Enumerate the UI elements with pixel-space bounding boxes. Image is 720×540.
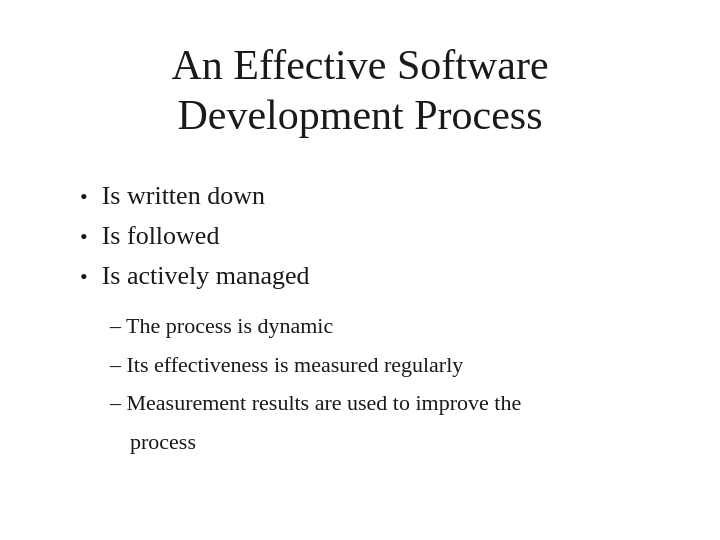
sub-item-text-1: – The process is dynamic [110,313,333,338]
bullet-text-3: Is actively managed [102,261,310,291]
bullet-text-2: Is followed [102,221,220,251]
bullet-text-1: Is written down [102,181,265,211]
title-line1: An Effective Software [171,42,548,88]
bullet-list: • Is written down • Is followed • Is act… [80,181,660,291]
bullet-dot: • [80,224,88,250]
slide-title: An Effective Software Development Proces… [60,40,660,141]
list-item: – The process is dynamic [110,311,660,342]
sub-item-text-3: – Measurement results are used to improv… [110,390,521,415]
content-block: • Is written down • Is followed • Is act… [60,181,660,466]
list-item: • Is followed [80,221,660,251]
bullet-dot: • [80,264,88,290]
title-block: An Effective Software Development Proces… [60,40,660,141]
list-item: • Is actively managed [80,261,660,291]
bullet-dot: • [80,184,88,210]
sub-item-text-2: – Its effectiveness is measured regularl… [110,352,463,377]
list-item: – Measurement results are used to improv… [110,388,660,419]
list-item: process [110,427,660,458]
list-item: • Is written down [80,181,660,211]
sub-item-text-4: process [130,429,196,454]
sub-list: – The process is dynamic – Its effective… [80,311,660,458]
list-item: – Its effectiveness is measured regularl… [110,350,660,381]
title-line2: Development Process [177,92,542,138]
slide: An Effective Software Development Proces… [0,0,720,540]
